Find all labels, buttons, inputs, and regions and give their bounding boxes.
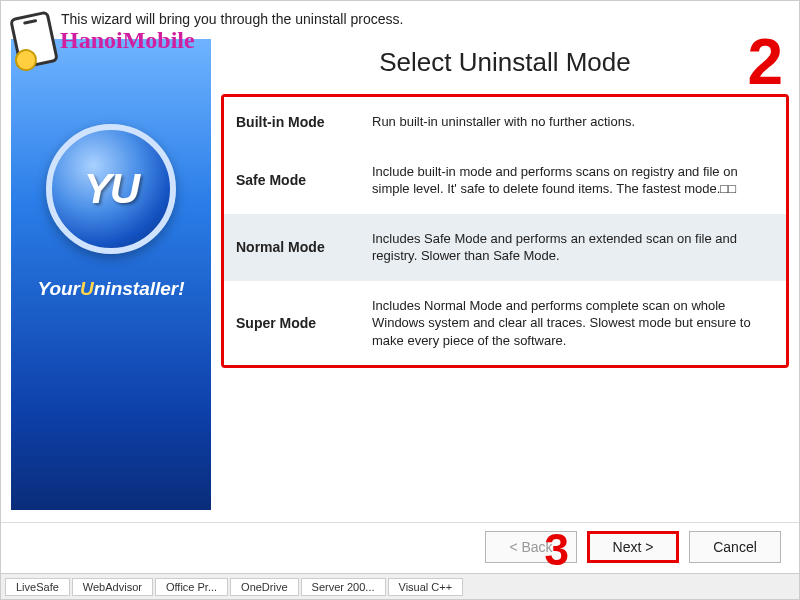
button-bar: 3 < Back Next > Cancel [1, 522, 799, 573]
mode-super[interactable]: Super Mode Includes Normal Mode and perf… [224, 281, 786, 366]
mode-safe[interactable]: Safe Mode Include built-in mode and perf… [224, 147, 786, 214]
app-logo-text: YU [84, 165, 138, 213]
taskbar-item[interactable]: LiveSafe [5, 578, 70, 596]
brand-mid: U [80, 278, 94, 299]
taskbar-item[interactable]: OneDrive [230, 578, 298, 596]
mode-name: Built-in Mode [236, 114, 356, 130]
taskbar-item[interactable]: Server 200... [301, 578, 386, 596]
taskbar-item[interactable]: Office Pr... [155, 578, 228, 596]
mode-name: Safe Mode [236, 172, 356, 188]
mode-name: Normal Mode [236, 239, 356, 255]
mode-list: Built-in Mode Run built-in uninstaller w… [221, 94, 789, 368]
annotation-step-3: 3 [545, 525, 569, 575]
mode-normal[interactable]: Normal Mode Includes Safe Mode and perfo… [224, 214, 786, 281]
wizard-body: YU YourUninstaller! Select Uninstall Mod… [1, 33, 799, 516]
mode-name: Super Mode [236, 315, 356, 331]
mode-desc: Include built-in mode and performs scans… [372, 163, 774, 198]
title-row: Select Uninstall Mode 2 [221, 39, 789, 94]
brand-prefix: Your [37, 278, 80, 299]
brand-suffix: ninstaller! [94, 278, 185, 299]
app-logo-circle: YU [46, 124, 176, 254]
mode-built-in[interactable]: Built-in Mode Run built-in uninstaller w… [224, 97, 786, 147]
mode-desc: Run built-in uninstaller with no further… [372, 113, 774, 131]
page-title: Select Uninstall Mode [379, 47, 630, 78]
mode-desc: Includes Safe Mode and performs an exten… [372, 230, 774, 265]
sidebar: YU YourUninstaller! [11, 39, 211, 510]
app-brand: YourUninstaller! [37, 278, 184, 300]
annotation-step-2: 2 [747, 25, 783, 99]
wizard-dialog: This wizard will bring you through the u… [0, 0, 800, 600]
taskbar-item[interactable]: Visual C++ [388, 578, 464, 596]
taskbar-item[interactable]: WebAdvisor [72, 578, 153, 596]
next-button[interactable]: Next > [587, 531, 679, 563]
mode-desc: Includes Normal Mode and performs comple… [372, 297, 774, 350]
cancel-button[interactable]: Cancel [689, 531, 781, 563]
content-area: Select Uninstall Mode 2 Built-in Mode Ru… [221, 39, 789, 510]
background-taskbar: LiveSafe WebAdvisor Office Pr... OneDriv… [1, 573, 799, 599]
intro-text: This wizard will bring you through the u… [1, 1, 799, 33]
